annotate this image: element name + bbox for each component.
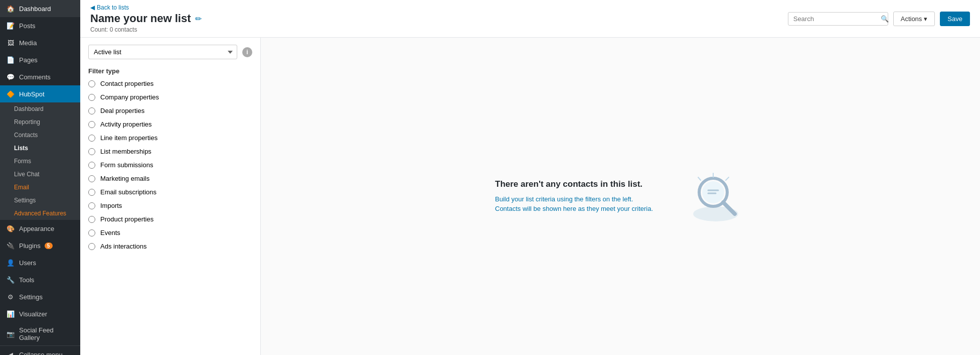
- filter-radio-imports[interactable]: [88, 202, 95, 209]
- filter-radio-list-memberships[interactable]: [88, 148, 95, 155]
- back-arrow-icon: ◀: [90, 4, 95, 11]
- filter-option-form-submissions[interactable]: Form submissions: [88, 161, 252, 169]
- filter-radio-contact[interactable]: [88, 80, 95, 87]
- filter-radio-product[interactable]: [88, 216, 95, 223]
- sidebar-item-pages[interactable]: 📄 Pages: [0, 51, 80, 68]
- search-input[interactable]: [793, 15, 878, 23]
- filter-option-events[interactable]: Events: [88, 229, 252, 236]
- sidebar-label: Visualizer: [19, 310, 47, 318]
- hubspot-submenu: Dashboard Reporting Contacts Lists Forms…: [0, 102, 80, 220]
- filter-option-email-subscriptions[interactable]: Email subscriptions: [88, 188, 252, 196]
- filter-radio-events[interactable]: [88, 229, 95, 236]
- actions-button[interactable]: Actions ▾: [893, 12, 935, 26]
- search-icon[interactable]: 🔍: [881, 15, 889, 23]
- sidebar-item-plugins[interactable]: 🔌 Plugins 5: [0, 237, 80, 254]
- dashboard-icon: 🏠: [6, 4, 15, 13]
- filter-option-imports[interactable]: Imports: [88, 202, 252, 209]
- filter-radio-line-item[interactable]: [88, 135, 95, 142]
- media-icon: 🖼: [6, 38, 15, 47]
- back-to-lists-link[interactable]: ◀ Back to lists: [90, 4, 202, 11]
- comments-icon: 💬: [6, 72, 15, 81]
- sidebar-item-comments[interactable]: 💬 Comments: [0, 68, 80, 85]
- sidebar-item-sub-settings[interactable]: Settings: [0, 194, 80, 207]
- sidebar-label: Posts: [19, 22, 36, 30]
- sidebar-item-sub-lists[interactable]: Lists: [0, 142, 80, 155]
- sidebar-item-sub-forms[interactable]: Forms: [0, 155, 80, 168]
- topbar-left: ◀ Back to lists Name your new list ✏ Cou…: [90, 4, 202, 33]
- sidebar-bottom: 🎨 Appearance 🔌 Plugins 5 👤 Users 🔧 Tools…: [0, 220, 80, 355]
- sidebar-item-media[interactable]: 🖼 Media: [0, 34, 80, 51]
- sidebar-item-posts[interactable]: 📝 Posts: [0, 17, 80, 34]
- filter-option-company-properties[interactable]: Company properties: [88, 93, 252, 101]
- filter-radio-ads[interactable]: [88, 243, 95, 250]
- sidebar-item-hubspot[interactable]: 🔶 HubSpot: [0, 85, 80, 102]
- info-icon[interactable]: i: [242, 47, 252, 57]
- sidebar-item-tools[interactable]: 🔧 Tools: [0, 271, 80, 288]
- filter-radio-deal[interactable]: [88, 107, 95, 114]
- filter-type-label: Filter type: [80, 64, 260, 80]
- sidebar-item-visualizer[interactable]: 📊 Visualizer: [0, 305, 80, 322]
- sidebar-item-sub-email[interactable]: Email: [0, 181, 80, 194]
- filter-radio-company[interactable]: [88, 94, 95, 101]
- collapse-menu-item[interactable]: ◀ Collapse menu: [0, 345, 80, 355]
- visualizer-icon: 📊: [6, 309, 15, 318]
- users-icon: 👤: [6, 258, 15, 267]
- filter-options: Contact properties Company properties De…: [80, 80, 260, 258]
- sidebar-item-sub-advanced[interactable]: Advanced Features: [0, 207, 80, 220]
- empty-state-text: There aren't any contacts in this list. …: [495, 179, 656, 214]
- sidebar-label: Dashboard: [19, 5, 51, 13]
- page-title-row: Name your new list ✏: [90, 12, 202, 25]
- sidebar-item-sub-dashboard[interactable]: Dashboard: [0, 102, 80, 115]
- sidebar: 🏠 Dashboard 📝 Posts 🖼 Media 📄 Pages 💬 Co…: [0, 0, 80, 355]
- sidebar-label: Users: [19, 259, 36, 267]
- sidebar-item-appearance[interactable]: 🎨 Appearance: [0, 220, 80, 237]
- filter-panel-header: Active list Static list i: [80, 38, 260, 64]
- sidebar-label: Pages: [19, 56, 38, 64]
- filter-option-ads-interactions[interactable]: Ads interactions: [88, 243, 252, 250]
- empty-state-illustration: [686, 166, 746, 226]
- sidebar-item-settings[interactable]: ⚙ Settings: [0, 288, 80, 305]
- page-title: Name your new list: [90, 12, 191, 25]
- collapse-icon: ◀: [6, 350, 15, 355]
- empty-state-description: Build your list criteria using the filte…: [495, 194, 656, 214]
- filter-option-deal-properties[interactable]: Deal properties: [88, 107, 252, 114]
- svg-line-8: [726, 177, 729, 180]
- filter-option-list-memberships[interactable]: List memberships: [88, 148, 252, 155]
- filter-radio-activity[interactable]: [88, 121, 95, 128]
- filter-radio-email-subscriptions[interactable]: [88, 189, 95, 196]
- filter-option-line-item[interactable]: Line item properties: [88, 134, 252, 142]
- filter-option-contact-properties[interactable]: Contact properties: [88, 80, 252, 87]
- filter-option-product-properties[interactable]: Product properties: [88, 215, 252, 223]
- sidebar-item-sub-livechat[interactable]: Live Chat: [0, 168, 80, 181]
- search-box: 🔍: [788, 12, 888, 26]
- appearance-icon: 🎨: [6, 224, 15, 233]
- sidebar-label: Comments: [19, 73, 51, 81]
- empty-state-title: There aren't any contacts in this list.: [495, 179, 656, 189]
- sidebar-label: Appearance: [19, 225, 54, 232]
- list-type-select[interactable]: Active list Static list: [88, 45, 237, 59]
- plugins-icon: 🔌: [6, 241, 15, 250]
- sidebar-item-dashboard[interactable]: 🏠 Dashboard: [0, 0, 80, 17]
- empty-state: There aren't any contacts in this list. …: [261, 38, 980, 355]
- collapse-label: Collapse menu: [19, 351, 63, 356]
- sidebar-label: Media: [19, 39, 37, 47]
- filter-radio-marketing-emails[interactable]: [88, 175, 95, 182]
- magnifier-illustration: [686, 166, 746, 226]
- filter-radio-form-submissions[interactable]: [88, 162, 95, 169]
- sidebar-item-sub-contacts[interactable]: Contacts: [0, 129, 80, 142]
- filter-option-marketing-emails[interactable]: Marketing emails: [88, 175, 252, 182]
- sidebar-item-social-feed[interactable]: 📷 Social Feed Gallery: [0, 322, 80, 345]
- empty-state-content: There aren't any contacts in this list. …: [495, 166, 746, 226]
- pages-icon: 📄: [6, 55, 15, 64]
- sidebar-item-sub-reporting[interactable]: Reporting: [0, 115, 80, 129]
- page-subtitle: Count: 0 contacts: [90, 26, 202, 33]
- sidebar-label: Settings: [19, 293, 43, 301]
- dropdown-arrow-icon: ▾: [924, 15, 927, 23]
- save-button[interactable]: Save: [940, 12, 970, 26]
- filter-option-activity-properties[interactable]: Activity properties: [88, 121, 252, 128]
- sidebar-item-users[interactable]: 👤 Users: [0, 254, 80, 271]
- edit-title-icon[interactable]: ✏: [195, 14, 202, 24]
- body-area: Active list Static list i Filter type Co…: [80, 38, 980, 355]
- svg-point-3: [702, 181, 724, 203]
- tools-icon: 🔧: [6, 275, 15, 284]
